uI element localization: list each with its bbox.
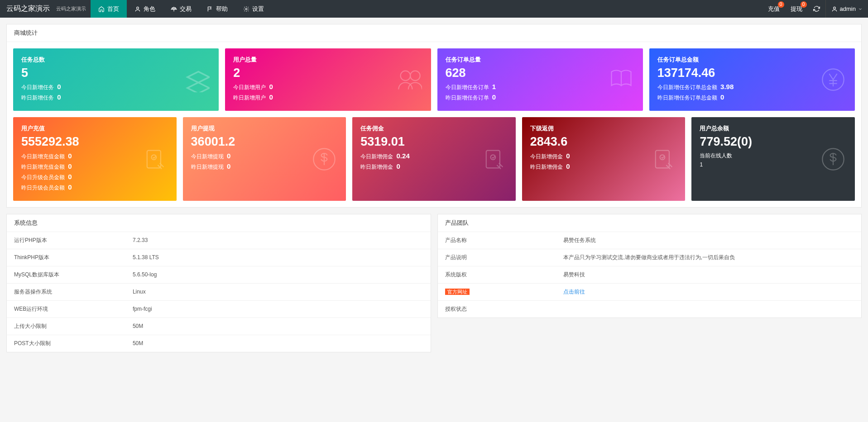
sysinfo-key: 运行PHP版本 [7,232,125,249]
card-line: 今日新增任务 0 [21,83,211,91]
nav: 首页角色交易帮助设置 [91,0,272,18]
card-line: 昨日新增任务订单 0 [446,93,635,102]
nav-item-1[interactable]: 角色 [127,0,163,18]
withdraw-badge: 0 [801,1,807,8]
card-line: 昨日新增任务订单总金额 0 [657,93,847,102]
card-value: 2 [233,66,422,80]
sysinfo-val: fpm-fcgi [125,300,431,318]
sysinfo-key: 上传大小限制 [7,318,125,335]
sysinfo-val: 50M [125,335,431,352]
row2-card-3[interactable]: 下级返佣2843.6今日新增佣金 0昨日新增佣金 0 [522,117,686,200]
card-title: 用户总量 [233,56,422,64]
svg-point-10 [490,155,495,160]
sysinfo-key: WEB运行环境 [7,300,125,318]
sysinfo-val: 5.6.50-log [125,266,431,283]
sysinfo-title: 系统信息 [7,214,431,232]
doc-icon [142,147,168,172]
recharge-button[interactable]: 充值 0 [762,0,785,18]
sysinfo-key: ThinkPHP版本 [7,249,125,266]
card-value: 5 [21,66,211,80]
team-table: 产品名称易赞任务系统产品说明本产品只为学习测试交流,请勿要做商业或者用于违法行为… [438,232,862,318]
nav-label: 帮助 [216,5,228,13]
row1-card-3[interactable]: 任务订单总金额137174.46今日新增任务订单总金额 3.98昨日新增任务订单… [649,48,855,111]
card-line: 昨日新增任务 0 [21,93,211,102]
team-key: 产品说明 [438,249,556,266]
card-line: 昨日新增用户 0 [233,93,422,102]
card-title: 用户提现 [191,124,338,133]
table-row: MySQL数据库版本5.6.50-log [7,266,431,283]
table-row: 产品名称易赞任务系统 [438,232,862,249]
nav-label: 首页 [107,5,119,13]
card-line: 今日新增用户 0 [233,83,422,91]
nav-item-0[interactable]: 首页 [91,0,127,18]
topbar: 云码之家演示 云码之家演示 首页角色交易帮助设置 充值 0 提现 0 admin [0,0,868,18]
nav-item-2[interactable]: 交易 [163,0,199,18]
withdraw-button[interactable]: 提现 0 [785,0,808,18]
book-icon [609,67,634,92]
nav-item-3[interactable]: 帮助 [199,0,235,18]
svg-point-12 [660,155,665,160]
stats-panel: 商城统计 任务总数5今日新增任务 0昨日新增任务 0用户总量2今日新增用户 0昨… [6,24,862,208]
stats-row-1: 任务总数5今日新增任务 0昨日新增任务 0用户总量2今日新增用户 0昨日新增用户… [13,48,855,111]
chevron-down-icon [858,7,863,11]
team-key: 官方网址 [438,283,556,300]
official-link[interactable]: 点击前往 [563,289,585,295]
card-line: 今日升级会员金额 0 [21,173,168,181]
refresh-button[interactable] [808,0,825,18]
brand-sub: 云码之家演示 [56,0,91,18]
withdraw-label: 提现 [791,5,802,13]
card-value: 137174.46 [657,66,847,80]
table-row: 服务器操作系统Linux [7,283,431,300]
sysinfo-key: 服务器操作系统 [7,283,125,300]
card-title: 任务订单总量 [446,56,635,64]
row2-card-0[interactable]: 用户充值555292.38今日新增充值金额 0昨日新增充值金额 0今日升级会员金… [13,117,177,200]
row1-card-2[interactable]: 任务订单总量628今日新增任务订单 1昨日新增任务订单 0 [437,48,643,111]
team-key: 系统版权 [438,266,556,283]
nav-item-4[interactable]: 设置 [235,0,272,18]
table-row: 上传大小限制50M [7,318,431,335]
sysinfo-table: 运行PHP版本7.2.33ThinkPHP版本5.1.38 LTSMySQL数据… [7,232,431,352]
doc-icon [481,147,507,172]
sysinfo-val: 5.1.38 LTS [125,249,431,266]
table-row: 官方网址点击前往 [438,283,862,300]
card-title: 用户充值 [21,124,168,133]
row2-card-2[interactable]: 任务佣金5319.01今日新增佣金 0.24昨日新增佣金 0 [352,117,516,200]
svg-point-4 [410,71,420,81]
row2-card-4[interactable]: 用户总余额779.52(0)当前在线人数1 [691,117,855,200]
card-title: 任务订单总金额 [657,56,847,64]
team-val: 点击前往 [556,283,861,300]
dollar-icon [820,147,846,172]
user-menu[interactable]: admin [825,0,868,18]
card-title: 任务总数 [21,56,211,64]
card-value: 628 [446,66,635,80]
flag-icon [207,6,213,12]
refresh-icon [813,5,820,12]
table-row: WEB运行环境fpm-fcgi [7,300,431,318]
nav-label: 角色 [144,5,155,13]
sysinfo-val: 7.2.33 [125,232,431,249]
svg-point-0 [137,7,139,9]
stats-row-2: 用户充值555292.38今日新增充值金额 0昨日新增充值金额 0今日升级会员金… [13,117,855,200]
nav-label: 设置 [252,5,264,13]
brand-main: 云码之家演示 [0,0,56,18]
sysinfo-val: 50M [125,318,431,335]
user-icon [831,6,838,12]
svg-point-3 [400,71,410,81]
table-row: ThinkPHP版本5.1.38 LTS [7,249,431,266]
card-title: 下级返佣 [530,124,677,133]
row1-card-0[interactable]: 任务总数5今日新增任务 0昨日新增任务 0 [13,48,219,111]
sysinfo-panel: 系统信息 运行PHP版本7.2.33ThinkPHP版本5.1.38 LTSMy… [6,214,431,352]
table-row: 授权状态 [438,300,862,318]
stack-icon [184,67,210,92]
card-line: 今日新增任务订单总金额 3.98 [657,83,847,91]
team-panel: 产品团队 产品名称易赞任务系统产品说明本产品只为学习测试交流,请勿要做商业或者用… [437,214,862,318]
recharge-badge: 0 [778,1,784,8]
row1-card-1[interactable]: 用户总量2今日新增用户 0昨日新增用户 0 [225,48,431,111]
recharge-label: 充值 [768,5,780,13]
highlight-label: 官方网址 [445,289,470,295]
sysinfo-val: Linux [125,283,431,300]
yen-icon [820,67,846,92]
row2-card-1[interactable]: 用户提现36001.2今日新增提现 0昨日新增提现 0 [183,117,346,200]
stats-title: 商城统计 [7,24,861,42]
team-val: 易赞任务系统 [556,232,861,249]
